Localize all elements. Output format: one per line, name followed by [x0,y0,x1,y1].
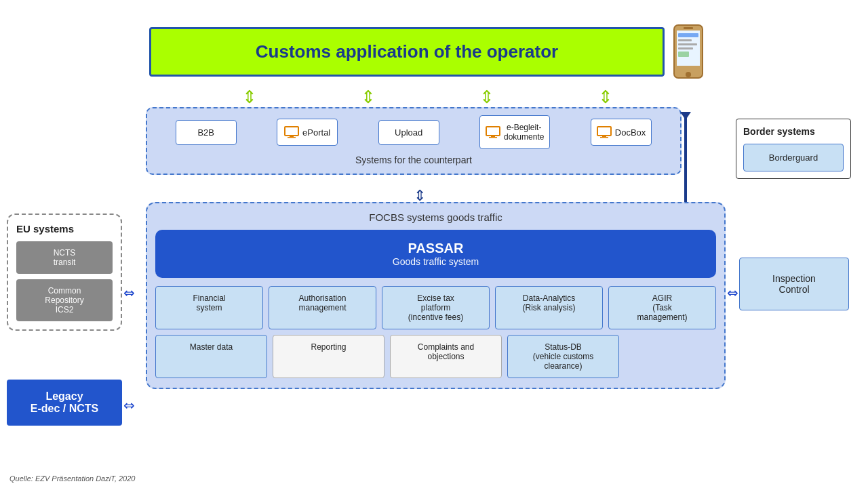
arrow-legacy-passar: ⇔ [123,397,135,413]
agir-box: AGIR(Taskmanagement) [608,286,716,329]
eu-systems-box: EU systems NCTStransit CommonRepositoryI… [7,214,122,331]
arrow-counterpart-focbs: ⇕ [414,187,426,205]
svg-rect-6 [678,43,697,45]
eu-title: EU systems [16,223,113,235]
source-text: Quelle: EZV Präsentation DaziT, 2020 [9,474,135,483]
inspection-control-box: Inspection Control [739,258,849,310]
arrow-passar-inspection: ⇔ [727,285,738,301]
monitor-icon-eportal [284,126,299,138]
borderguard-box: Borderguard [743,144,844,171]
docbox-box: DocBox [591,119,652,146]
auth-box: Authorisationmanagement [269,286,376,329]
financial-box: Financialsystem [155,286,263,329]
excise-box: Excise taxplatform(incentive fees) [382,286,490,329]
svg-rect-7 [678,47,693,49]
b2b-box: B2B [176,120,237,145]
reporting-box: Reporting [273,335,384,378]
svg-rect-13 [491,136,495,137]
svg-rect-16 [602,136,606,137]
green-arrow-3: ⇕ [479,87,494,108]
svg-rect-17 [600,137,608,138]
subsys-row2: Master data Reporting Complaints andobje… [155,335,716,378]
customs-banner: Customs application of the operator [149,27,665,77]
diagram-container: Customs application of the operator ⇕ ⇕ … [0,0,868,488]
upload-box: Upload [378,120,439,145]
legacy-line1: Legacy [14,390,115,403]
ebegleit-box: e-Begleit-dokumente [479,115,550,149]
border-systems-box: Border systems Borderguard [736,119,851,179]
legacy-box: Legacy E-dec / NCTS [7,380,122,426]
svg-point-2 [686,72,691,77]
eportal-box: ePortal [277,119,338,146]
subsys-row1: Financialsystem Authorisationmanagement … [155,286,716,329]
green-arrow-4: ⇕ [598,87,613,108]
counterpart-label: Systems for the counterpart [155,155,672,165]
ics2-item: CommonRepositoryICS2 [16,279,113,321]
svg-rect-11 [288,137,296,138]
statusdb-box: Status-DB(vehicle customsclearance) [507,335,619,378]
passar-subtitle: Goods traffic system [162,256,709,267]
monitor-icon-ebegleit [486,126,500,138]
svg-rect-3 [684,27,693,29]
phone-icon [671,24,705,85]
passar-box: PASSAR Goods traffic system [155,230,716,278]
svg-rect-12 [486,127,500,136]
passar-title: PASSAR [162,241,709,256]
svg-rect-10 [290,136,294,137]
legacy-line2: E-dec / NCTS [14,403,115,415]
svg-marker-19 [680,112,691,120]
svg-rect-5 [678,39,692,41]
focbs-box: FOCBS systems goods traffic PASSAR Goods… [146,202,726,389]
focbs-label: FOCBS systems goods traffic [155,211,716,223]
svg-rect-8 [678,52,689,57]
masterdata-box: Master data [155,335,267,378]
border-title: Border systems [743,126,844,137]
counterpart-box: B2B ePortal Upload [146,107,682,175]
monitor-icon-docbox [597,126,612,138]
analytics-box: Data-Analytics(Risk analysis) [495,286,603,329]
svg-rect-15 [597,127,611,136]
svg-rect-4 [678,33,698,37]
green-arrow-2: ⇕ [361,87,376,108]
green-arrow-1: ⇕ [242,87,257,108]
complaints-box: Complaints andobjections [390,335,502,378]
customs-banner-text: Customs application of the operator [256,41,558,62]
ncts-item: NCTStransit [16,241,113,274]
arrow-eu-passar: ⇔ [123,285,135,301]
svg-rect-14 [489,137,497,138]
svg-rect-9 [285,127,298,136]
